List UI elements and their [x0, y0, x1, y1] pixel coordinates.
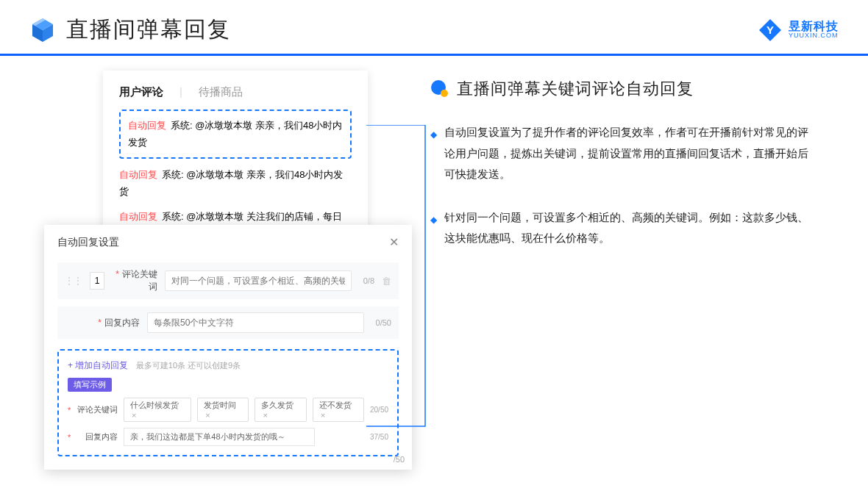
keyword-label: 评论关键词: [122, 269, 157, 292]
brand-logo: Y 昱新科技 YUUXIN.COM: [758, 18, 839, 43]
drag-handle-icon[interactable]: ⋮⋮: [65, 276, 82, 286]
keyword-input[interactable]: [165, 270, 352, 291]
ex-content-counter: 37/50: [370, 433, 388, 441]
ex-content-value[interactable]: 亲，我们这边都是下单48小时内发货的哦～: [124, 428, 315, 446]
rule-index: 1: [90, 272, 104, 290]
content-input[interactable]: [147, 312, 364, 333]
example-tag[interactable]: 什么时候发货×: [124, 398, 191, 422]
ex-keyword-label: 评论关键词: [77, 404, 118, 415]
bullet-icon: ◆: [430, 212, 437, 249]
auto-reply-badge: 自动回复: [119, 211, 157, 222]
bullet-icon: ◆: [430, 126, 437, 185]
tab-user-comments[interactable]: 用户评论: [119, 85, 163, 99]
content-counter: 0/50: [376, 318, 391, 327]
ex-keyword-counter: 20/50: [370, 406, 388, 414]
content-label: 回复内容: [104, 317, 140, 328]
svg-text:Y: Y: [766, 24, 774, 36]
page-title: 直播间弹幕回复: [66, 15, 231, 45]
example-tag[interactable]: 发货时间×: [197, 398, 249, 422]
tab-pending-goods[interactable]: 待播商品: [199, 85, 243, 99]
bullet-text: 自动回复设置为了提升作者的评论回复效率，作者可在开播前针对常见的评论用户问题，提…: [444, 122, 813, 185]
auto-reply-row: 自动回复系统: @冰墩墩本墩 亲亲，我们48小时内发货: [119, 166, 352, 201]
cube-icon: [29, 17, 56, 43]
auto-reply-settings-card: 自动回复设置 ✕ ⋮⋮ 1 *评论关键词 0/8 🗑 *回复内容 0/50 + …: [44, 225, 412, 470]
bottom-counter: /50: [394, 455, 405, 464]
section-title: 直播间弹幕关键词评论自动回复: [457, 78, 694, 100]
auto-reply-badge: 自动回复: [128, 120, 166, 131]
example-tag[interactable]: 多久发货×: [255, 398, 306, 422]
delete-icon[interactable]: 🗑: [382, 276, 391, 287]
brand-name: 昱新科技: [789, 21, 839, 32]
ex-content-label: 回复内容: [77, 431, 118, 442]
example-pill: 填写示例: [68, 378, 112, 392]
brand-domain: YUUXIN.COM: [789, 32, 839, 39]
add-hint: 最多可建10条 还可以创建9条: [136, 361, 241, 370]
auto-reply-row-highlighted: 自动回复系统: @冰墩墩本墩 亲亲，我们48小时内发货: [119, 110, 352, 159]
bullet-text: 针对同一个问题，可设置多个相近的、高频的关键词。例如：这款多少钱、这块能优惠吗、…: [444, 207, 813, 249]
chat-bubble-icon: [430, 79, 449, 98]
add-auto-reply-link[interactable]: + 增加自动回复: [68, 360, 128, 370]
settings-title: 自动回复设置: [57, 236, 119, 249]
example-tag[interactable]: 还不发货×: [313, 398, 364, 422]
keyword-counter: 0/8: [363, 276, 374, 285]
auto-reply-badge: 自动回复: [119, 169, 157, 180]
tab-divider: |: [179, 85, 182, 99]
svg-point-7: [441, 90, 448, 97]
example-panel: + 增加自动回复 最多可建10条 还可以创建9条 填写示例 * 评论关键词 什么…: [57, 349, 399, 456]
close-icon[interactable]: ✕: [389, 235, 399, 249]
